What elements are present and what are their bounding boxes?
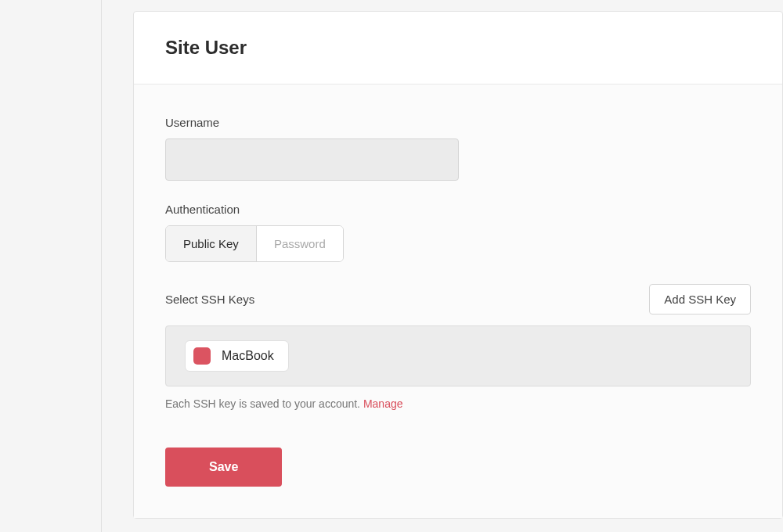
authentication-label: Authentication: [165, 203, 751, 216]
ssh-helper-text-row: Each SSH key is saved to your account. M…: [165, 397, 751, 410]
ssh-keys-list: MacBook: [165, 325, 751, 386]
auth-option-public-key[interactable]: Public Key: [166, 226, 257, 261]
username-input[interactable]: [165, 138, 459, 181]
ssh-header-row: Select SSH Keys Add SSH Key: [165, 284, 751, 315]
ssh-keys-label: Select SSH Keys: [165, 293, 254, 306]
username-label: Username: [165, 116, 751, 129]
auth-option-password[interactable]: Password: [257, 226, 343, 261]
username-field-group: Username: [165, 116, 751, 181]
card-body: Username Authentication Public Key Passw…: [134, 84, 782, 518]
left-sidebar-gutter: [0, 0, 102, 532]
authentication-field-group: Authentication Public Key Password: [165, 203, 751, 262]
authentication-toggle: Public Key Password: [165, 225, 344, 262]
ssh-keys-section: Select SSH Keys Add SSH Key MacBook Each…: [165, 284, 751, 410]
checkbox-icon[interactable]: [193, 347, 211, 365]
ssh-key-label: MacBook: [222, 349, 274, 363]
add-ssh-key-button[interactable]: Add SSH Key: [649, 284, 751, 315]
ssh-helper-text: Each SSH key is saved to your account.: [165, 397, 363, 410]
manage-ssh-keys-link[interactable]: Manage: [363, 397, 403, 410]
page-title: Site User: [165, 37, 751, 59]
ssh-key-item[interactable]: MacBook: [185, 340, 289, 372]
save-button[interactable]: Save: [165, 448, 282, 487]
card-header: Site User: [134, 12, 782, 84]
site-user-card: Site User Username Authentication Public…: [133, 11, 783, 519]
main-content-area: Site User Username Authentication Public…: [102, 0, 783, 532]
